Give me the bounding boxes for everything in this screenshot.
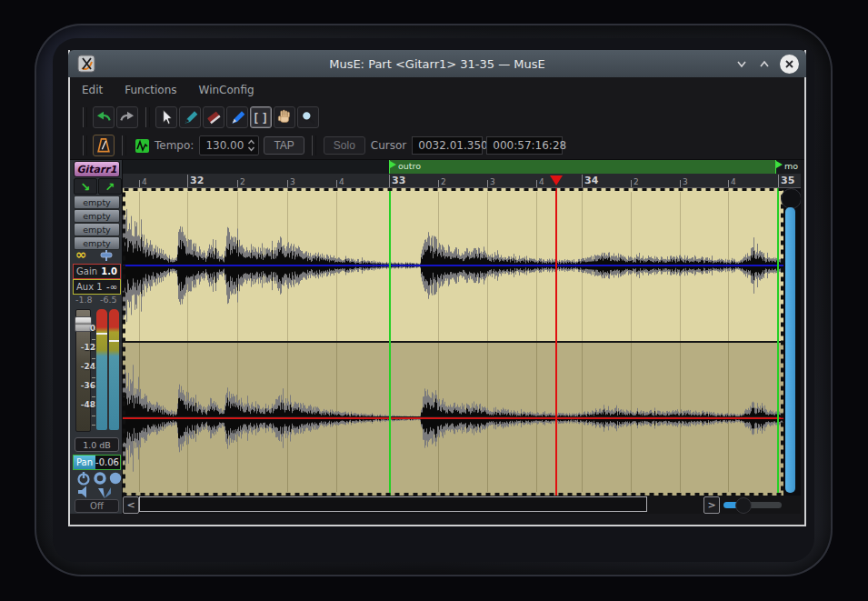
meter-left-peak-line — [96, 333, 107, 335]
record-arm-button[interactable] — [93, 471, 107, 486]
window-close-button[interactable] — [780, 55, 799, 74]
tool-range-button[interactable]: [ ] — [250, 106, 272, 128]
toolbar-handle[interactable] — [83, 107, 87, 127]
ruler-tick-line — [582, 175, 583, 187]
titlebar[interactable]: MusE: Part <Gitarr1> 31-35 — MusE — [68, 50, 806, 77]
window-shade-button[interactable] — [734, 56, 749, 71]
ruler-tick-line — [187, 175, 188, 187]
tool-zoom-button[interactable] — [297, 106, 319, 128]
marker-strip[interactable]: outromo — [123, 160, 801, 174]
aux-send-control[interactable]: Aux 1 -∞ — [73, 279, 121, 295]
ruler-tick-line — [139, 180, 140, 187]
input-route-button[interactable]: ↘ — [74, 178, 97, 195]
redo-icon — [118, 108, 136, 126]
tempo-graph-icon — [135, 139, 149, 153]
marker-flag-icon[interactable] — [776, 161, 783, 168]
toolbar-edit-tools: [ ] — [70, 102, 804, 132]
fader-scale-tick — [92, 367, 95, 368]
chevron-left-icon: < — [126, 499, 135, 511]
ruler-tick-label: 4 — [142, 177, 147, 186]
mute-button[interactable] — [76, 485, 91, 499]
timeline-ruler[interactable]: 432234332343423435 — [123, 174, 801, 188]
meter-right-peak-line — [109, 340, 119, 342]
fader-scale-tick — [92, 406, 95, 406]
effect-slot[interactable]: empty — [74, 195, 120, 209]
fader-scale-tick — [92, 348, 95, 349]
menu-item-edit[interactable]: Edit — [82, 84, 103, 96]
tempo-value: 130.00 — [200, 139, 247, 152]
ruler-tick-line — [631, 180, 632, 187]
toolbar-handle[interactable] — [122, 135, 126, 155]
menu-item-winconfig[interactable]: WinConfig — [199, 84, 254, 96]
ruler-tick-label: 3 — [290, 177, 295, 186]
solo-dot-button[interactable] — [108, 471, 123, 486]
fader-scale-label: -12 — [79, 343, 95, 352]
tool-eraser-button[interactable] — [203, 106, 224, 128]
output-route-button[interactable]: ↗ — [98, 178, 122, 195]
tool-pan-button[interactable] — [274, 106, 295, 128]
tool-draw-button[interactable] — [226, 106, 248, 128]
ruler-tick-line — [778, 175, 779, 187]
tempo-spinbox[interactable]: 130.00 — [199, 135, 259, 155]
waveform-canvas[interactable] — [123, 188, 783, 496]
speaker-icon — [76, 485, 91, 499]
fader-scale-tick — [92, 358, 95, 359]
scroll-left-button[interactable]: < — [123, 496, 139, 514]
effect-slot[interactable]: empty — [74, 236, 120, 250]
toolbar-handle[interactable] — [145, 107, 150, 127]
fader-db-display[interactable]: 1.0 dB — [75, 437, 119, 452]
pan-hand-icon — [275, 108, 294, 126]
meter-right — [109, 309, 119, 430]
track-name-button[interactable]: Gitarr1 — [74, 161, 120, 177]
spinner-arrows-icon[interactable] — [247, 138, 258, 153]
hzoom-slider-knob[interactable] — [735, 497, 752, 514]
horizontal-scrollbar-thumb[interactable] — [139, 496, 647, 512]
fader-scale-tick — [92, 339, 95, 340]
marker-label: mo — [784, 161, 798, 171]
ruler-playhead-marker[interactable] — [550, 175, 563, 185]
vertical-zoom-knob[interactable] — [781, 188, 801, 209]
power-icon — [76, 471, 91, 486]
cursor-position-field[interactable]: 0032.01.350 — [412, 136, 483, 155]
vertical-scrollbar[interactable] — [785, 207, 795, 493]
fader-scale-label: -48 — [79, 400, 95, 409]
scroll-right-button[interactable]: > — [703, 496, 720, 514]
window-rollup-button[interactable] — [757, 56, 772, 71]
chevron-down-icon — [735, 57, 748, 70]
cursor-time-field[interactable]: 000:57:16:28 — [486, 136, 563, 155]
tool-pointer-button[interactable] — [155, 106, 177, 128]
solo-button[interactable]: Solo — [324, 136, 365, 155]
pointer-icon — [157, 108, 175, 126]
ruler-tick-line — [680, 180, 681, 187]
power-button[interactable] — [76, 471, 91, 486]
marker-flag-icon[interactable] — [390, 161, 396, 168]
pan-label: Pan — [74, 456, 95, 469]
tool-pencil-button[interactable] — [179, 106, 201, 128]
metronome-button[interactable] — [93, 135, 115, 156]
aux-label: Aux 1 — [74, 282, 103, 292]
menu-item-functions[interactable]: Functions — [125, 84, 176, 96]
toolbar-handle[interactable] — [83, 135, 87, 155]
fader-scale-tick — [92, 425, 95, 426]
ruler-tick-line — [336, 180, 337, 187]
gain-control[interactable]: Gain 1.0 — [73, 264, 121, 279]
undo-button[interactable] — [93, 106, 115, 128]
track-off-button[interactable]: Off — [75, 499, 119, 513]
metronome-icon — [95, 136, 113, 155]
meter-left — [96, 309, 107, 430]
track-strip: Gitarr1 ↘ ↗ ∞ Gain 1.0 Aux 1 -∞ — [70, 160, 123, 514]
ruler-tick-line — [389, 175, 390, 187]
fader-scale-tick — [92, 386, 95, 387]
ruler-tick-label: 4 — [731, 177, 736, 186]
fader-scale-label: -24 — [79, 362, 95, 371]
tap-button[interactable]: TAP — [264, 136, 304, 155]
effect-slot[interactable]: empty — [74, 209, 120, 223]
pan-value: -0.06 — [95, 457, 121, 467]
arrow-down-right-icon: ↘ — [81, 181, 91, 193]
pan-control[interactable]: Pan -0.06 — [73, 455, 121, 470]
toolbar-handle[interactable] — [312, 135, 316, 155]
redo-button[interactable] — [116, 106, 138, 128]
range-icon: [ ] — [254, 111, 267, 124]
effect-slot[interactable]: empty — [74, 223, 120, 236]
monitor-button[interactable] — [95, 485, 114, 499]
